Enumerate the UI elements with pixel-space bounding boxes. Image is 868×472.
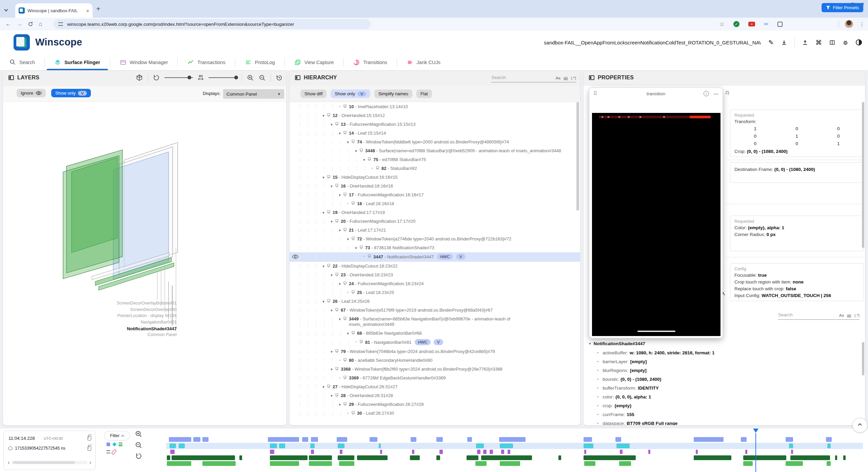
property-row[interactable]: •bufferTransform:IDENTITY [597,386,858,391]
property-row[interactable]: •color:(0, 0, 0), alpha: 1 [597,394,858,399]
trace-segment[interactable] [370,437,377,442]
hierarchy-search-field[interactable]: Search Aa ab (.*) [491,75,576,82]
url-bar[interactable]: winscope.teams.x20web.corp.google.com/pr… [54,19,371,29]
property-row[interactable]: •crop:{empty} [597,403,858,408]
trace-segment[interactable] [743,455,786,460]
zoom-in-icon[interactable] [247,74,254,81]
show-only-v-toggle[interactable]: Show only V [51,89,91,97]
collapse-panel-icon[interactable] [295,75,300,80]
expand-arrow-icon[interactable]: ▾ [337,192,342,198]
match-case-icon[interactable]: Aa [839,313,844,317]
trace-segment[interactable] [619,461,631,466]
new-tab-button[interactable]: + [96,5,100,12]
trace-segment[interactable] [826,437,831,442]
match-word-icon[interactable]: ab [564,76,568,80]
extension-media-icon[interactable]: ›› [748,22,755,26]
trace-segment[interactable] [648,450,650,454]
timestamp-human[interactable]: 11:04:14.228 [8,436,35,441]
timeline-track[interactable] [166,428,863,472]
url-text[interactable]: winscope.teams.x20web.corp.google.com/pr… [67,22,294,27]
visibility-eye-icon[interactable] [292,254,299,259]
tab-window-manager[interactable]: Window Manager [110,54,178,70]
layer-label[interactable]: ScreenDecorOverlayBottom#61 [3,301,177,306]
expand-arrow-icon[interactable]: ▾ [329,219,334,224]
trace-segment[interactable] [412,450,414,454]
scroll-left-icon[interactable]: ‹ [8,459,9,466]
trace-segment[interactable] [584,450,586,454]
regex-icon[interactable]: (.*) [571,76,576,80]
hierarchy-node-22[interactable]: ▾22 - HideDisplayCutout:18:23#22 [290,262,580,271]
trace-segment[interactable] [500,461,520,466]
trace-segment[interactable] [170,450,174,454]
tab-surface-flinger[interactable]: Surface Flinger [45,54,110,70]
trace-segment[interactable] [172,455,235,460]
extension-scissors-icon[interactable]: ✂ [764,21,769,28]
expand-arrow-icon[interactable]: ▾ [321,210,326,215]
hierarchy-node-73[interactable]: ▾73 - 8736138 NotificationShade#73 [290,243,580,252]
hierarchy-node-30[interactable]: •30 - Leaf:26:27#30 [290,409,580,418]
hierarchy-node-3447[interactable]: •3447 - NotificationShade#3447HWCV [290,252,580,262]
home-icon[interactable]: ⌂ [39,21,42,27]
expand-arrow-icon[interactable]: ▾ [353,245,359,251]
trace-segment[interactable] [620,450,623,454]
rotation-slider[interactable] [164,77,193,78]
trace-segment[interactable] [167,455,170,460]
trace-segment[interactable] [270,444,277,448]
timestamp-ns[interactable]: 1715339054227572545 ns [15,446,65,451]
docs-book-icon[interactable] [829,40,835,45]
trace-segment[interactable] [745,450,747,454]
zoom-in-icon[interactable] [135,430,142,438]
trace-segment[interactable] [476,444,484,448]
layer-label[interactable]: PointerLocation - display 0#134 [3,313,177,318]
property-row[interactable]: •dataspace:BT709 sRGB Full range [597,421,858,425]
timeline-row-wm-trace[interactable] [166,444,863,448]
hierarchy-node-3448[interactable]: ▾3448 - Surface(name=ed70f88 StatusBar)/… [290,146,580,155]
trace-segment[interactable] [439,450,443,454]
trace-segment[interactable] [380,450,382,454]
properties-scrollbar[interactable] [862,102,864,248]
zoom-out-icon[interactable] [259,74,266,81]
trace-segment[interactable] [584,455,636,460]
timeline-row-cujs[interactable] [166,461,863,466]
bookmark-star-icon[interactable]: ☆ [719,21,725,28]
hierarchy-node-20[interactable]: ▾20 - FullscreenMagnification:17:17#20 [290,217,580,226]
trace-segment[interactable] [270,450,274,454]
trace-segment[interactable] [270,455,308,460]
expand-arrow-icon[interactable]: ▾ [329,308,334,313]
hierarchy-node-68[interactable]: ▾68 - 885b63e NavigationBar0#68 [290,329,580,338]
hierarchy-node-21[interactable]: ▾21 - Leaf:17:17#21 [290,226,580,235]
edit-pencil-icon[interactable]: ✎ [768,39,774,46]
trace-segment[interactable] [490,450,493,454]
trace-segment[interactable] [508,450,510,454]
tab-search[interactable]: Search [0,54,44,70]
expand-arrow-icon[interactable]: ▾ [321,384,326,390]
trace-segment[interactable] [694,437,724,442]
trace-segment[interactable] [786,461,803,466]
expand-arrow-icon[interactable]: ▾ [361,157,367,162]
expand-arrow-icon[interactable]: ▾ [345,139,351,145]
trace-segment[interactable] [339,461,354,466]
hierarchy-node-17[interactable]: ▾17 - FullscreenMagnification:16:16#17 [290,191,580,199]
property-row[interactable]: •currFrame:155 [597,412,858,417]
trace-segment[interactable] [499,437,526,442]
trace-segment[interactable] [616,444,630,448]
trace-segment[interactable] [584,461,595,466]
trace-segment[interactable] [309,455,332,460]
zoom-out-icon[interactable] [135,441,142,449]
trace-segment[interactable] [239,455,242,460]
hierarchy-node-75[interactable]: ▾75 - ed70f88 StatusBar#75 [290,155,580,164]
trace-segment[interactable] [179,444,185,448]
hierarchy-node-80[interactable]: •80 - ace6abb SecondaryHomeHandle0#80 [290,356,580,365]
filter-presets-button[interactable]: Filter Presets [822,3,863,12]
collapse-panel-icon[interactable] [8,75,14,80]
collapse-panel-icon[interactable] [589,75,594,80]
download-icon[interactable] [781,40,787,45]
trace-segment[interactable] [827,461,831,466]
trace-segment[interactable] [340,450,342,454]
trace-segment[interactable] [379,444,381,448]
ignore-toggle[interactable]: Ignore [17,89,46,97]
trace-segment[interactable] [337,437,347,442]
expand-arrow-icon[interactable]: ▾ [329,122,334,127]
upload-icon[interactable] [802,40,808,45]
match-word-icon[interactable]: ab [847,313,851,317]
